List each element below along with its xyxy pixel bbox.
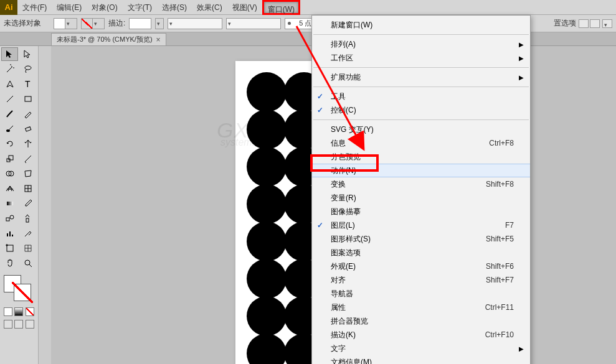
document-tab[interactable]: 未标题-3* @ 70% (CMYK/预览) × xyxy=(51,33,166,45)
rotate-tool[interactable] xyxy=(1,137,18,151)
draw-behind[interactable] xyxy=(14,320,23,329)
pencil-tool[interactable] xyxy=(20,107,37,121)
menu-item-label: 拼合器预览 xyxy=(331,316,368,327)
menu-item-16[interactable]: 图像描摹 xyxy=(312,205,530,218)
rectangle-tool[interactable] xyxy=(20,92,37,106)
gradient-tool[interactable] xyxy=(1,197,18,210)
shape-builder-tool[interactable] xyxy=(1,167,18,180)
menu-view[interactable]: 视图(V) xyxy=(227,0,262,15)
magic-wand-tool[interactable] xyxy=(1,62,18,76)
mesh-tool[interactable] xyxy=(20,182,37,195)
type-tool[interactable]: T xyxy=(20,77,37,91)
scale-tool[interactable] xyxy=(1,152,18,166)
paintbrush-tool[interactable] xyxy=(1,107,18,121)
svg-line-2 xyxy=(7,96,13,102)
menu-item-8[interactable]: ✓控制(C) xyxy=(312,103,530,117)
menu-item-27[interactable]: 文档信息(M) xyxy=(312,355,530,364)
menu-item-5[interactable]: 扩展功能▶ xyxy=(312,70,530,84)
menu-item-13[interactable]: 动作(N) xyxy=(312,164,530,177)
close-icon[interactable]: × xyxy=(156,35,161,44)
menu-select[interactable]: 选择(S) xyxy=(157,0,192,15)
document-tab-title: 未标题-3* @ 70% (CMYK/预览) xyxy=(57,35,153,44)
menu-separator xyxy=(313,67,529,68)
draw-normal[interactable] xyxy=(4,320,12,329)
stroke-color[interactable] xyxy=(14,284,31,301)
menu-item-24[interactable]: 拼合器预览 xyxy=(312,314,530,328)
perspective-grid-tool[interactable] xyxy=(1,182,18,195)
stroke-swatch[interactable] xyxy=(81,18,105,29)
svg-rect-19 xyxy=(7,233,8,236)
menu-item-22[interactable]: 导航器 xyxy=(312,287,530,301)
panel-icon-1[interactable] xyxy=(579,19,589,28)
blend-tool[interactable] xyxy=(1,212,18,225)
menu-item-label: 导航器 xyxy=(331,289,353,299)
window-menu: 新建窗口(W)排列(A)▶工作区▶扩展功能▶✓工具✓控制(C)SVG 交互(Y)… xyxy=(311,15,531,364)
eyedropper-tool[interactable] xyxy=(20,197,37,210)
svg-rect-18 xyxy=(26,218,29,222)
line-tool[interactable] xyxy=(1,92,18,106)
width-tool[interactable] xyxy=(20,152,37,166)
profile-select[interactable] xyxy=(168,18,222,29)
svg-line-5 xyxy=(9,126,13,129)
panel-icon-2[interactable] xyxy=(590,19,600,28)
menu-item-label: 文档信息(M) xyxy=(331,357,372,365)
color-mode-none[interactable] xyxy=(26,307,34,316)
menu-item-15[interactable]: 变量(R) xyxy=(312,191,530,205)
fill-swatch[interactable] xyxy=(54,18,77,29)
menu-item-26[interactable]: 文字▶ xyxy=(312,342,530,355)
free-transform-tool[interactable] xyxy=(20,167,37,180)
menu-item-11[interactable]: 信息Ctrl+F8 xyxy=(312,136,530,150)
menu-item-2[interactable]: 排列(A)▶ xyxy=(312,37,530,51)
menu-item-14[interactable]: 变换Shift+F8 xyxy=(312,177,530,191)
menu-item-10[interactable]: SVG 交互(Y) xyxy=(312,123,530,136)
artboard-tool[interactable] xyxy=(1,241,18,255)
svg-rect-6 xyxy=(26,127,31,131)
menu-edit[interactable]: 编辑(E) xyxy=(52,0,87,15)
menu-item-0[interactable]: 新建窗口(W) xyxy=(312,18,530,32)
column-graph-tool[interactable] xyxy=(1,226,18,240)
brush-def-select[interactable] xyxy=(226,18,281,29)
lasso-tool[interactable] xyxy=(20,62,37,76)
hand-tool[interactable] xyxy=(1,256,18,270)
menu-item-18[interactable]: 图形样式(S)Shift+F5 xyxy=(312,232,530,246)
menu-item-label: 变量(R) xyxy=(331,193,356,203)
menu-separator xyxy=(313,86,529,87)
menu-item-23[interactable]: 属性Ctrl+F11 xyxy=(312,301,530,314)
options-overflow[interactable] xyxy=(602,19,612,28)
eraser-tool[interactable] xyxy=(20,122,37,136)
slice-tool[interactable] xyxy=(20,226,37,240)
menu-item-label: 属性 xyxy=(331,302,346,313)
color-mode-row xyxy=(0,306,38,317)
menu-object[interactable]: 对象(O) xyxy=(87,0,122,15)
stroke-weight-stepper[interactable] xyxy=(155,18,164,29)
menu-item-label: 信息 xyxy=(331,138,346,149)
menu-item-label: 外观(E) xyxy=(331,261,356,272)
slice-select-tool[interactable] xyxy=(20,241,37,255)
zoom-tool[interactable] xyxy=(20,256,37,270)
menu-effect[interactable]: 效果(C) xyxy=(192,0,227,15)
direct-selection-tool[interactable] xyxy=(20,47,37,61)
color-mode-gradient[interactable] xyxy=(14,307,23,316)
menu-item-20[interactable]: 外观(E)Shift+F6 xyxy=(312,259,530,273)
menu-item-label: 文字 xyxy=(331,343,346,354)
stroke-weight-input[interactable] xyxy=(129,18,151,29)
menu-window[interactable]: 窗口(W) xyxy=(262,0,300,15)
color-proxy[interactable] xyxy=(2,275,36,302)
svg-point-17 xyxy=(10,215,14,219)
menu-item-17[interactable]: ✓图层(L)F7 xyxy=(312,218,530,232)
menu-item-25[interactable]: 描边(K)Ctrl+F10 xyxy=(312,328,530,342)
color-mode-color[interactable] xyxy=(4,307,12,316)
menu-file[interactable]: 文件(F) xyxy=(17,0,52,15)
pen-tool[interactable] xyxy=(1,77,18,91)
menu-item-3[interactable]: 工作区▶ xyxy=(312,51,530,65)
selection-tool[interactable] xyxy=(1,47,18,61)
draw-inside[interactable] xyxy=(26,320,34,329)
menu-item-7[interactable]: ✓工具 xyxy=(312,90,530,103)
menu-item-12[interactable]: 分色预览 xyxy=(312,150,530,164)
symbol-sprayer-tool[interactable] xyxy=(20,212,37,225)
menu-type[interactable]: 文字(T) xyxy=(123,0,157,15)
reflect-tool[interactable] xyxy=(20,137,37,151)
blob-brush-tool[interactable] xyxy=(1,122,18,136)
menu-item-21[interactable]: 对齐Shift+F7 xyxy=(312,273,530,287)
menu-item-19[interactable]: 图案选项 xyxy=(312,246,530,259)
